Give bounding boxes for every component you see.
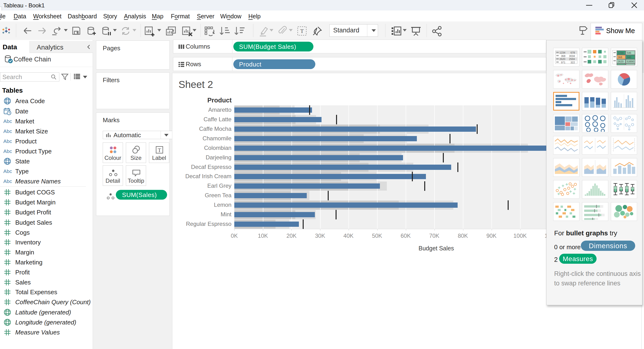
svg-text:971: 971 [561, 61, 565, 64]
svg-text:368: 368 [561, 54, 565, 57]
svg-text:546: 546 [627, 51, 631, 54]
svg-text:2559: 2559 [569, 58, 575, 60]
svg-text:2620: 2620 [618, 60, 624, 63]
svg-text:678: 678 [570, 51, 575, 54]
svg-text:3034: 3034 [569, 54, 575, 57]
svg-text:1234: 1234 [618, 51, 624, 54]
svg-text:1234: 1234 [560, 51, 565, 54]
svg-text:368: 368 [618, 56, 622, 59]
svg-text:T: T [300, 28, 304, 34]
svg-text:53890: 53890 [627, 60, 634, 63]
svg-text:2620: 2620 [560, 58, 565, 60]
svg-text:322: 322 [570, 61, 575, 64]
svg-text:340: 340 [627, 56, 631, 59]
svg-text:T: T [158, 147, 161, 153]
